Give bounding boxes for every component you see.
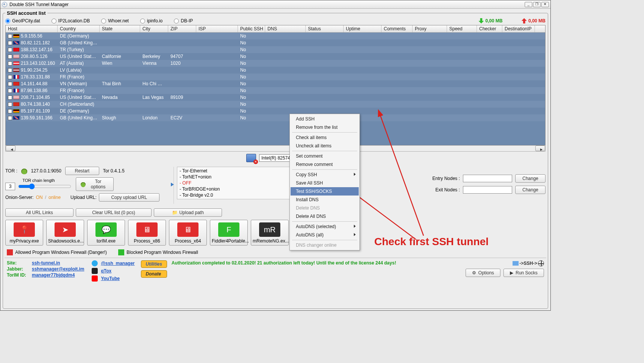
ctx-check-all-items[interactable]: Check all items: [291, 133, 359, 142]
table-row[interactable]: 208.71.104.85US (United States)NevadaLas…: [6, 94, 545, 101]
tor-restart-button[interactable]: Restart: [65, 167, 99, 175]
column-pubssh[interactable]: Public SSH: [238, 25, 265, 32]
column-state[interactable]: State: [100, 25, 140, 32]
ctx-uncheck-all-items[interactable]: Uncheck all items: [291, 142, 359, 150]
table-row[interactable]: 139.59.161.166GB (United Kingdo...Slough…: [6, 114, 545, 121]
table-row[interactable]: 80.74.138.140CH (Switzerland)No: [6, 101, 545, 108]
entry-nodes-change-button[interactable]: Change: [515, 174, 546, 183]
site-link[interactable]: ssh-tunnel.in: [32, 260, 84, 266]
geo-radio-db-ip[interactable]: DB-IP: [174, 18, 193, 23]
table-row[interactable]: 208.80.5.126US (United States)Californie…: [6, 53, 545, 60]
clear-url-list-button[interactable]: Clear URL list (0 pcs): [76, 208, 152, 217]
row-checkbox[interactable]: [8, 34, 12, 38]
youtube-link[interactable]: YouTube: [101, 276, 134, 281]
ctx-remove-comment[interactable]: Remove comment: [291, 160, 359, 169]
row-checkbox[interactable]: [8, 55, 12, 59]
table-row[interactable]: 85.197.81.109DE (Germany)No: [6, 108, 545, 114]
network-option[interactable]: - TorNET+onion: [180, 174, 296, 180]
ctx-autodns-selected-[interactable]: AutoDNS (selected): [291, 222, 359, 231]
all-url-links-button[interactable]: All URL Links: [5, 208, 73, 217]
horizontal-scrollbar[interactable]: ◀▶: [5, 146, 546, 152]
column-status[interactable]: Status: [306, 25, 344, 32]
table-row[interactable]: 91.90.234.25LV (Latvia)No: [6, 67, 545, 74]
row-checkbox[interactable]: [8, 89, 12, 93]
geo-radio-whoer-net[interactable]: Whoer.net: [101, 18, 129, 23]
network-option[interactable]: - Tor-Ethernet: [180, 168, 296, 174]
row-checkbox[interactable]: [8, 109, 12, 113]
ctx-copy-ssh[interactable]: Copy SSH: [291, 171, 359, 179]
row-checkbox[interactable]: [8, 82, 12, 86]
ctx-delete-all-dns[interactable]: Delete All DNS: [291, 212, 359, 221]
tor-chain-slider[interactable]: [18, 183, 71, 189]
row-checkbox[interactable]: [8, 68, 12, 72]
app-fiddler4portable-[interactable]: FFiddler4Portable...: [210, 220, 248, 246]
row-checkbox[interactable]: [8, 95, 12, 100]
table-row[interactable]: 213.143.102.160AT (Austria)WienVienna102…: [6, 60, 545, 67]
copy-upload-url-button[interactable]: Copy upload URL: [99, 193, 159, 202]
network-option[interactable]: - TorBRIDGE+onion: [180, 186, 296, 192]
column-speed[interactable]: Speed: [447, 25, 477, 32]
context-menu[interactable]: Add SSHRemove from the listCheck all ite…: [289, 114, 360, 250]
row-checkbox[interactable]: [8, 48, 12, 52]
app-myprivacy-exe[interactable]: 📍myPrivacy.exe: [5, 220, 43, 246]
options-button[interactable]: ⚙Options: [466, 269, 500, 277]
ctx-save-all-ssh[interactable]: Save All SSH: [291, 179, 359, 187]
maximize-button[interactable]: ❐: [533, 2, 541, 7]
column-proxy[interactable]: Proxy: [413, 25, 447, 32]
telegram-link[interactable]: @ssh_manager: [101, 261, 134, 266]
table-row[interactable]: 80.82.121.182GB (United Kingdo...No: [6, 39, 545, 46]
tor-chain-input[interactable]: [5, 183, 15, 190]
table-row[interactable]: 87.98.138.86FR (France)No: [6, 87, 545, 94]
geo-radio-geoipcity-dat[interactable]: GeoIPCity.dat: [5, 18, 40, 23]
table-row[interactable]: 5.9.155.56DE (Germany)No: [6, 33, 545, 39]
table-row[interactable]: 178.33.131.88FR (France)No: [6, 74, 545, 80]
entry-nodes-input[interactable]: [463, 175, 512, 182]
jabber-link[interactable]: sshmanager@exploit.im: [32, 266, 84, 272]
torim-link[interactable]: manager77bjdqdm4: [32, 272, 84, 278]
network-option[interactable]: - OFF: [180, 180, 296, 186]
row-checkbox[interactable]: [8, 61, 12, 66]
table-row[interactable]: 188.132.147.16TR (Turkey)No: [6, 46, 545, 53]
ctx-set-comment[interactable]: Set comment: [291, 152, 359, 160]
app-shadowsocks-e-[interactable]: ➤Shadowsocks.e...: [46, 220, 84, 246]
geo-radio-ipinfo-io[interactable]: ipinfo.io: [140, 18, 163, 23]
exit-nodes-change-button[interactable]: Change: [515, 186, 546, 194]
app-mremoteng-ex-[interactable]: mRmRemoteNG.ex...: [251, 220, 289, 246]
column-uptime[interactable]: Uptime: [344, 25, 381, 32]
tor-options-button[interactable]: Tor options: [76, 177, 114, 191]
column-comments[interactable]: Comments: [381, 25, 413, 32]
row-checkbox[interactable]: [8, 41, 12, 45]
column-isp[interactable]: ISP: [196, 25, 238, 32]
column-city[interactable]: City: [140, 25, 168, 32]
exit-nodes-input[interactable]: [463, 186, 512, 194]
network-option[interactable]: - Tor-Bridge v2.0: [180, 192, 296, 198]
ctx-add-ssh[interactable]: Add SSH: [291, 115, 359, 123]
geo-radio-ip2location-db[interactable]: IP2Location.DB: [52, 18, 90, 23]
minimize-button[interactable]: _: [525, 2, 532, 7]
column-zip[interactable]: ZIP: [168, 25, 196, 32]
column-checker[interactable]: Checker: [477, 25, 502, 32]
qtox-link[interactable]: qTox: [101, 268, 134, 274]
blocked-firewall-label: Blocked Program Windows Firewall: [127, 250, 198, 255]
table-row[interactable]: 14.161.44.88VN (Vietnam)Thai BinhHo Chi …: [6, 80, 545, 87]
column-dns[interactable]: DNS: [265, 25, 306, 32]
row-checkbox[interactable]: [8, 116, 12, 120]
donate-button[interactable]: Donate: [141, 270, 167, 278]
network-mode-list[interactable]: - Tor-Ethernet- TorNET+onion- OFF- TorBR…: [177, 167, 299, 199]
utilities-button[interactable]: Utilities: [141, 260, 167, 268]
app-torim-exe[interactable]: 💬torIM.exe: [87, 220, 125, 246]
row-checkbox[interactable]: [8, 102, 12, 106]
close-button[interactable]: ✕: [541, 2, 549, 7]
app-process-x64[interactable]: 🖥Process_x64: [169, 220, 207, 246]
ctx-install-dns[interactable]: Install DNS: [291, 196, 359, 204]
row-checkbox[interactable]: [8, 75, 12, 79]
ctx-test-ssh-socks[interactable]: Test SSH/SOCKS: [291, 187, 359, 196]
upload-path-button[interactable]: 📁 Upload path: [154, 208, 222, 217]
ctx-remove-from-the-list[interactable]: Remove from the list: [291, 123, 359, 131]
column-host[interactable]: Host: [6, 25, 58, 32]
run-socks-button[interactable]: ▶Run Socks: [503, 269, 544, 277]
column-destip[interactable]: DestinationIP: [502, 25, 535, 32]
ctx-autodns-all-[interactable]: AutoDNS (all): [291, 231, 359, 239]
column-country[interactable]: Country: [58, 25, 100, 32]
app-process-x86[interactable]: 🖥Process_x86: [128, 220, 166, 246]
